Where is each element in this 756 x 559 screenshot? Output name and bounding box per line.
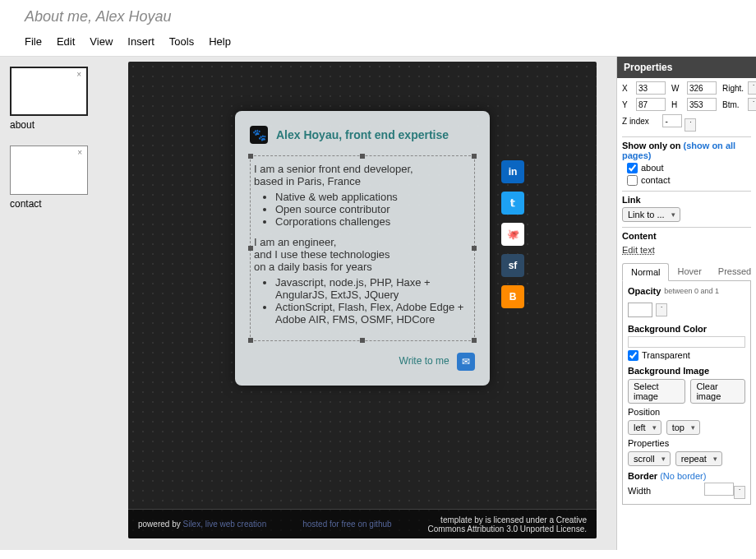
text-line: I am a senior front end developer, bbox=[254, 163, 471, 175]
border-width-stepper[interactable]: · bbox=[734, 486, 745, 499]
text-line: and I use these technologies bbox=[254, 248, 471, 261]
link-label: Link bbox=[622, 195, 751, 205]
mail-icon[interactable]: ✉ bbox=[457, 353, 475, 371]
clear-image-button[interactable]: Clear image bbox=[690, 379, 745, 404]
btm-stepper[interactable]: · bbox=[748, 98, 756, 111]
state-tabs: Normal Hover Pressed bbox=[622, 263, 751, 281]
repeat-dropdown[interactable]: repeat bbox=[675, 451, 722, 466]
page-checkbox-label: about bbox=[641, 163, 664, 173]
linkedin-icon[interactable]: in bbox=[501, 160, 524, 183]
page-label-contact: contact bbox=[10, 198, 113, 210]
menu-edit[interactable]: Edit bbox=[57, 35, 75, 48]
z-stepper[interactable]: · bbox=[685, 118, 696, 132]
panel-title: Properties bbox=[617, 57, 756, 78]
w-label: W bbox=[671, 84, 685, 93]
app-title: About me, Alex Hoyau bbox=[0, 0, 756, 32]
y-input[interactable] bbox=[636, 98, 666, 111]
footer-link[interactable]: Silex, live web creation bbox=[182, 520, 266, 529]
properties-label: Properties bbox=[628, 438, 745, 448]
resize-handle[interactable] bbox=[472, 338, 477, 343]
card-title: Alex Hoyau, front end expertise bbox=[276, 128, 449, 141]
border-width-input[interactable] bbox=[704, 483, 734, 496]
resize-handle[interactable] bbox=[472, 154, 477, 159]
footer-text: powered by bbox=[138, 520, 181, 529]
paw-icon: 🐾 bbox=[250, 126, 268, 144]
tab-pressed[interactable]: Pressed bbox=[710, 263, 756, 280]
resize-handle[interactable] bbox=[248, 154, 253, 159]
x-label: X bbox=[622, 84, 634, 93]
resize-handle[interactable] bbox=[248, 338, 253, 343]
right-stepper[interactable]: · bbox=[748, 81, 756, 95]
sourceforge-icon[interactable]: sf bbox=[501, 254, 524, 277]
scroll-dropdown[interactable]: scroll bbox=[628, 451, 671, 466]
footer-text: template by bbox=[440, 515, 483, 524]
canvas-footer: powered by Silex, live web creation host… bbox=[128, 509, 597, 538]
position-grid: X W Right. · bbox=[622, 81, 751, 95]
position-label: Position bbox=[628, 407, 745, 417]
selected-textblock[interactable]: I am a senior front end developer, based… bbox=[250, 155, 475, 341]
opacity-input[interactable] bbox=[628, 303, 652, 317]
w-input[interactable] bbox=[687, 81, 717, 95]
select-image-button[interactable]: Select image bbox=[628, 379, 685, 404]
opacity-stepper[interactable]: · bbox=[656, 303, 667, 316]
h-input[interactable] bbox=[687, 98, 717, 111]
footer-text: is licensed under a Creative bbox=[486, 515, 587, 524]
menu-tools[interactable]: Tools bbox=[169, 35, 194, 48]
page-label-about: about bbox=[10, 119, 113, 131]
x-input[interactable] bbox=[636, 81, 666, 95]
z-row: Z index · bbox=[622, 114, 751, 132]
page-thumb-about[interactable]: × bbox=[10, 67, 88, 116]
pos-left-dropdown[interactable]: left bbox=[628, 420, 662, 435]
close-icon[interactable]: × bbox=[77, 148, 82, 157]
page-checkbox-contact[interactable] bbox=[627, 175, 638, 186]
list-item: Corporations challenges bbox=[275, 215, 471, 228]
y-label: Y bbox=[622, 100, 634, 109]
bgcolor-swatch[interactable] bbox=[628, 336, 745, 348]
content-card: 🐾 Alex Hoyau, front end expertise I am a… bbox=[235, 111, 490, 386]
show-only-label: Show only on (show on all pages) bbox=[622, 141, 751, 160]
list-item: Native & web applications bbox=[275, 191, 471, 203]
menu-insert[interactable]: Insert bbox=[127, 35, 154, 48]
list-item: Open source contributor bbox=[275, 203, 471, 215]
no-border-link[interactable]: (No border) bbox=[660, 471, 706, 481]
opacity-label: Opacity bbox=[628, 286, 661, 296]
btm-label: Btm. bbox=[722, 100, 745, 109]
z-input[interactable] bbox=[662, 114, 682, 127]
resize-handle[interactable] bbox=[360, 338, 365, 343]
tab-hover[interactable]: Hover bbox=[669, 263, 709, 280]
workspace: × about × contact 🐾 Alex Hoyau, front en… bbox=[0, 57, 756, 550]
footer-text: Commons Attribution 3.0 Unported License… bbox=[428, 524, 587, 534]
bgimg-label: Background Image bbox=[628, 366, 709, 376]
page-checkbox-about[interactable] bbox=[627, 163, 638, 173]
edit-text-link[interactable]: Edit text bbox=[622, 243, 655, 258]
transparent-checkbox[interactable] bbox=[628, 350, 638, 361]
resize-handle[interactable] bbox=[360, 154, 365, 159]
page-checkbox-label: contact bbox=[641, 175, 670, 185]
transparent-label: Transparent bbox=[642, 350, 690, 360]
canvas[interactable]: 🐾 Alex Hoyau, front end expertise I am a… bbox=[128, 62, 597, 538]
list-item: ActionScript, Flash, Flex, Adobe Edge + … bbox=[275, 301, 471, 326]
menu-file[interactable]: File bbox=[25, 35, 42, 48]
resize-handle[interactable] bbox=[472, 246, 477, 251]
tab-body: Opacity between 0 and 1 · Background Col… bbox=[622, 281, 751, 506]
menu-view[interactable]: View bbox=[90, 35, 113, 48]
tab-normal[interactable]: Normal bbox=[622, 263, 669, 281]
twitter-icon[interactable]: 𝕥 bbox=[501, 192, 524, 215]
page-thumb-contact[interactable]: × bbox=[10, 146, 88, 195]
pos-top-dropdown[interactable]: top bbox=[666, 420, 700, 435]
properties-panel: Properties X W Right. · Y H Btm. · Z ind… bbox=[616, 57, 756, 550]
z-label: Z index bbox=[622, 117, 649, 126]
blogger-icon[interactable]: B bbox=[501, 285, 524, 308]
close-icon[interactable]: × bbox=[76, 70, 81, 79]
footer-link[interactable]: hosted for free on github bbox=[302, 520, 391, 529]
write-link[interactable]: Write to me bbox=[399, 355, 449, 367]
github-icon[interactable]: 🐙 bbox=[501, 223, 524, 246]
menu-help[interactable]: Help bbox=[209, 35, 231, 48]
link-dropdown[interactable]: Link to ... bbox=[622, 207, 680, 222]
resize-handle[interactable] bbox=[248, 246, 253, 251]
h-label: H bbox=[671, 100, 685, 109]
text-line: on a daily basis for years bbox=[254, 261, 471, 273]
write-row: Write to me ✉ bbox=[250, 353, 475, 371]
border-label: Border bbox=[628, 471, 657, 481]
right-label: Right. bbox=[722, 84, 745, 93]
